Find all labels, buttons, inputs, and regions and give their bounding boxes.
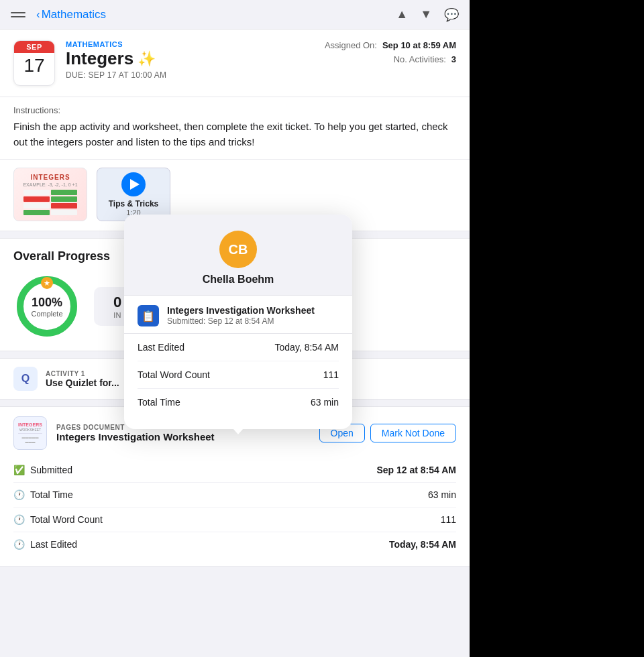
calendar-day: 17 [23, 53, 44, 76]
total-time-left: 🕐 Total Time [13, 489, 73, 500]
mark-not-done-button[interactable]: Mark Not Done [370, 424, 456, 442]
calendar-badge: SEP 17 [13, 40, 55, 86]
comment-button[interactable]: 💬 [444, 7, 459, 22]
popup-doc-name: Integers Investigation Worksheet [167, 305, 339, 316]
popup-stat-row-1: Total Word Count 111 [138, 361, 339, 389]
donut-center: 100% Complete [31, 296, 62, 318]
popup-stat-row-0: Last Edited Today, 8:54 AM [138, 334, 339, 361]
activity-icon: Q [13, 367, 38, 391]
clock-icon-2: 🕐 [13, 514, 25, 525]
document-thumbnail-inner: INTEGERS WORKSHEET ▬▬▬▬▬ ▬▬▬ [17, 421, 44, 445]
popup-overlay: CB Chella Boehm 📋 Integers Investigation… [124, 215, 352, 434]
up-arrow-button[interactable]: ▲ [396, 7, 408, 21]
popup-doc-icon: 📋 [138, 305, 159, 326]
avatar-initials: CB [229, 242, 248, 257]
popup-stat-row-2: Total Time 63 min [138, 389, 339, 416]
assignment-info: MATHEMATICS Integers ✨ DUE: SEP 17 AT 10… [66, 40, 311, 80]
document-thumbnail: INTEGERS WORKSHEET ▬▬▬▬▬ ▬▬▬ [13, 416, 47, 450]
back-chevron-icon: ‹ [36, 8, 40, 21]
last-edited-value: Today, 8:54 AM [389, 539, 456, 550]
popup-doc-info: Integers Investigation Worksheet Submitt… [167, 305, 339, 326]
check-circle-icon: ✅ [13, 465, 25, 475]
play-button[interactable] [121, 172, 146, 196]
quizlet-icon: Q [21, 373, 30, 385]
activities-label: No. Activities: [394, 54, 446, 64]
donut-chart: ★ 100% Complete [13, 273, 80, 340]
assignment-header: SEP 17 MATHEMATICS Integers ✨ DUE: SEP 1… [0, 29, 470, 97]
popup-document-row: 📋 Integers Investigation Worksheet Submi… [124, 296, 352, 334]
popup-stats: Last Edited Today, 8:54 AM Total Word Co… [124, 334, 352, 416]
down-arrow-button[interactable]: ▼ [420, 7, 432, 21]
video-attachment[interactable]: Tips & Tricks 1:20 [97, 168, 170, 221]
last-edited-row: 🕐 Last Edited Today, 8:54 AM [13, 532, 456, 556]
clock-icon-3: 🕐 [13, 539, 25, 550]
sparkle-icon: ✨ [138, 50, 156, 68]
student-name: Chella Boehm [203, 274, 274, 286]
assignment-meta: Assigned On: Sep 10 at 8:59 AM No. Activ… [322, 40, 456, 64]
donut-star-icon: ★ [41, 277, 53, 289]
total-time-label: Total Time [30, 489, 73, 500]
clock-icon-1: 🕐 [13, 489, 25, 500]
play-triangle-icon [130, 179, 140, 190]
assigned-on-label: Assigned On: [325, 40, 377, 50]
total-time-row: 🕐 Total Time 63 min [13, 483, 456, 507]
popup-last-edited-value: Today, 8:54 AM [275, 342, 339, 353]
poster-attachment[interactable]: INTEGERS EXAMPLE: -3, -2, -1, 0 +1 [13, 168, 87, 221]
instructions-section: Instructions: Finish the app activity an… [0, 97, 470, 160]
submitted-value: Sep 12 at 8:54 AM [376, 465, 456, 475]
subject-label: MATHEMATICS [66, 40, 311, 48]
instructions-text: Finish the app activity and worksheet, t… [13, 119, 456, 150]
activities-value: 3 [451, 54, 456, 64]
word-count-left: 🕐 Total Word Count [13, 514, 103, 525]
assigned-on-value: Sep 10 at 8:59 AM [382, 40, 456, 50]
stat-in-value: 0 [113, 294, 121, 311]
back-button[interactable]: ‹ Mathematics [36, 8, 106, 21]
word-count-label: Total Word Count [30, 514, 103, 525]
popup-word-count-value: 111 [323, 369, 339, 380]
total-time-value: 63 min [428, 489, 456, 500]
due-date: DUE: SEP 17 AT 10:00 AM [66, 70, 311, 80]
instructions-title: Instructions: [13, 105, 456, 115]
video-title: Tips & Tricks [109, 199, 158, 208]
student-avatar: CB [219, 231, 257, 268]
popup-total-time-label: Total Time [138, 397, 180, 408]
assignment-title: Integers ✨ [66, 48, 311, 69]
right-panel [470, 0, 644, 657]
submitted-label: Submitted [30, 465, 72, 475]
popup-word-count-label: Total Word Count [138, 369, 210, 380]
poster-subtitle: EXAMPLE: -3, -2, -1, 0 +1 [23, 182, 77, 187]
stat-in-label: IN [113, 311, 121, 319]
title-text: Integers [66, 48, 133, 69]
submitted-row: ✅ Submitted Sep 12 at 8:54 AM [13, 458, 456, 483]
word-count-value: 111 [441, 514, 456, 525]
sidebar-toggle-button[interactable] [11, 7, 30, 22]
assigned-on-row: Assigned On: Sep 10 at 8:59 AM [325, 40, 456, 50]
last-edited-left: 🕐 Last Edited [13, 539, 77, 550]
popup-doc-status: Submitted: Sep 12 at 8:54 AM [167, 316, 339, 326]
word-count-row: 🕐 Total Word Count 111 [13, 507, 456, 532]
activities-row: No. Activities: 3 [394, 54, 456, 64]
donut-label: Complete [31, 310, 62, 318]
last-edited-label: Last Edited [30, 539, 77, 550]
back-label: Mathematics [42, 8, 106, 21]
student-popup: CB Chella Boehm 📋 Integers Investigation… [124, 215, 352, 429]
calendar-month: SEP [14, 41, 54, 53]
poster-grid [23, 190, 77, 215]
nav-bar: ‹ Mathematics ▲ ▼ 💬 [0, 0, 470, 29]
poster-title: INTEGERS [30, 174, 70, 181]
popup-total-time-value: 63 min [311, 397, 339, 408]
popup-tail [124, 428, 352, 434]
donut-percent: 100% [31, 296, 62, 310]
pages-icon: 📋 [142, 310, 155, 322]
document-details: ✅ Submitted Sep 12 at 8:54 AM 🕐 Total Ti… [13, 458, 456, 556]
submitted-left: ✅ Submitted [13, 465, 72, 475]
popup-header: CB Chella Boehm [124, 215, 352, 295]
popup-last-edited-label: Last Edited [138, 342, 184, 353]
